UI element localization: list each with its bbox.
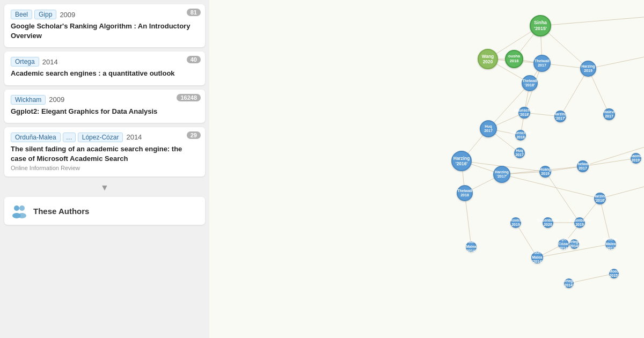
network-node-Wang2020[interactable]: Wang 2020 xyxy=(478,49,498,69)
network-node-Ortega2014a[interactable]: Ortega 2014' xyxy=(569,239,579,249)
network-node-Huq2017b[interactable]: Huq 2017 xyxy=(514,148,525,158)
these-authors-icon xyxy=(11,202,28,219)
these-authors-bar[interactable]: These Authors xyxy=(4,197,205,225)
network-node-Haunschild2018a[interactable]: Haunschild '2018' xyxy=(518,107,530,119)
scroll-down-arrow[interactable]: ▼ xyxy=(4,181,205,195)
citation-badge-4: 29 xyxy=(187,131,201,139)
network-node-Thelwall2018c[interactable]: Thelwall 2018 xyxy=(457,185,473,201)
network-node-Halevi2017[interactable]: Halevi 2017 xyxy=(603,108,615,120)
svg-line-39 xyxy=(545,172,580,223)
paper-title-2[interactable]: Academic search engines : a quantitative… xyxy=(11,69,199,78)
svg-line-68 xyxy=(569,274,614,283)
network-node-Moed2015[interactable]: Moed 2015' xyxy=(609,269,619,278)
author-tag-lopez[interactable]: López-Cózar xyxy=(78,133,123,142)
svg-point-3 xyxy=(18,213,26,218)
network-node-OrduñaMalea2014a[interactable]: Orduña-Malea 2014' xyxy=(466,241,477,252)
network-graph-panel: Sinha '2015'Wang 2020ousha 2018Thelwall … xyxy=(209,0,644,338)
svg-point-0 xyxy=(14,205,19,211)
author-tag-beel[interactable]: Beel xyxy=(11,10,32,19)
authors-line-1: Beel Gipp 2009 xyxy=(11,10,199,19)
citation-badge-3: 16248 xyxy=(177,94,201,101)
network-node-Harzing2017b[interactable]: Harzing '2017' xyxy=(493,166,510,183)
svg-line-8 xyxy=(540,15,644,26)
network-node-Harzing2019[interactable]: Harzing 2019 xyxy=(580,61,596,77)
ellipsis-tag: … xyxy=(63,133,76,142)
author-tag-ortega[interactable]: Ortega xyxy=(11,57,39,67)
year-4: 2014 xyxy=(126,133,142,141)
network-node-Thelwall2018a[interactable]: Thelwall '2018' xyxy=(522,75,538,91)
network-node-Huang2019[interactable]: Huang 2019 xyxy=(539,166,551,178)
network-node-Thelwall2017b[interactable]: Thelwall 2017 xyxy=(577,160,589,172)
paper-title-4[interactable]: The silent fading of an academic search … xyxy=(11,144,199,164)
network-node-Chapman2019[interactable]: Chaoman 2019' xyxy=(631,153,641,164)
network-node-Gusenbauer2020[interactable]: Gusenbauer 2020 xyxy=(543,217,553,228)
network-node-Huq2017[interactable]: Huq 2017 xyxy=(480,120,497,137)
journal-4: Online Information Review xyxy=(11,165,199,171)
paper-card-2[interactable]: 40 Ortega 2014 Academic search engines :… xyxy=(4,52,205,85)
authors-line-3: Wickham 2009 xyxy=(11,95,199,105)
network-node-Harzing2017a[interactable]: Harzing '2017' xyxy=(554,111,566,122)
authors-line-2: Ortega 2014 xyxy=(11,57,199,67)
svg-line-38 xyxy=(502,174,600,199)
year-1: 2009 xyxy=(60,11,75,19)
author-tag-orduna[interactable]: Orduña-Malea xyxy=(11,133,61,142)
network-node-Ortega2014b[interactable]: Ortega 2014' xyxy=(564,278,574,288)
paper-title-3[interactable]: Ggplot2: Elegant Graphics for Data Analy… xyxy=(11,107,199,116)
network-node-Thelwall2017[interactable]: Thelwall 2017 xyxy=(533,55,551,72)
paper-card-1[interactable]: 81 Beel Gipp 2009 Google Scholar's Ranki… xyxy=(4,4,205,47)
paper-card-3[interactable]: 16248 Wickham 2009 Ggplot2: Elegant Grap… xyxy=(4,90,205,123)
svg-line-48 xyxy=(465,193,471,247)
left-panel: 81 Beel Gipp 2009 Google Scholar's Ranki… xyxy=(0,0,209,338)
network-node-Ousha2018[interactable]: ousha 2018 xyxy=(505,50,523,68)
network-node-Gusenbauer2019[interactable]: Gusenbauer 2019 xyxy=(574,217,585,228)
citation-badge-2: 40 xyxy=(187,56,201,63)
paper-title-1[interactable]: Google Scholar's Ranking Algorithm : An … xyxy=(11,21,199,41)
these-authors-label: These Authors xyxy=(33,207,89,216)
year-3: 2009 xyxy=(49,95,64,104)
network-node-OrduñaMalea2014b[interactable]: Orduña-Malea '2014' xyxy=(531,252,543,263)
network-node-Harzing2016a[interactable]: Harzing '2016' xyxy=(451,151,472,171)
svg-line-20 xyxy=(588,54,644,69)
authors-line-4: Orduña-Malea … López-Cózar 2014 xyxy=(11,133,199,142)
paper-card-4[interactable]: 29 Orduña-Malea … López-Cózar 2014 The s… xyxy=(4,127,205,177)
network-node-Haunschild2018b[interactable]: Haunschild 2018 xyxy=(515,130,526,141)
network-node-Harzing2016b[interactable]: Harzing '2016' xyxy=(594,193,606,204)
citation-badge-1: 81 xyxy=(187,9,201,16)
network-node-LopezCozar2014[interactable]: López-Cózar 2014' xyxy=(558,239,569,249)
network-node-Sinha2015[interactable]: Sinha '2015' xyxy=(530,15,551,36)
network-node-OrduñaMalea2017[interactable]: Orduña-Malea 2017 xyxy=(605,239,616,249)
svg-point-1 xyxy=(19,205,25,211)
author-tag-gipp[interactable]: Gipp xyxy=(34,10,56,19)
year-2: 2014 xyxy=(42,58,58,66)
network-node-Rovira2019[interactable]: Rovira 2019 xyxy=(510,217,521,228)
author-tag-wickham[interactable]: Wickham xyxy=(11,95,46,105)
svg-line-16 xyxy=(488,83,530,129)
